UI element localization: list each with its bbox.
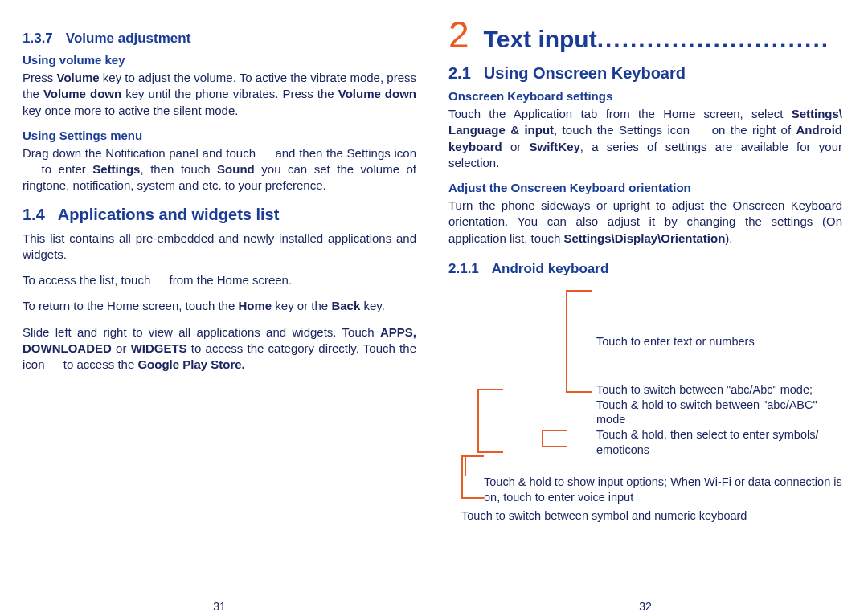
callout-4: Touch & hold to show input options; When… <box>484 475 842 505</box>
heading-1-4: 1.4Applications and widgets list <box>23 206 416 224</box>
chapter-number: 2 <box>448 16 469 53</box>
para-1-4-d: Slide left and right to view all applica… <box>23 324 416 373</box>
bracket-icon <box>542 430 567 447</box>
heading-2-1-1: 2.1.1Android keyboard <box>448 261 842 277</box>
heading-2-1: 2.1Using Onscreen Keyboard <box>448 64 842 83</box>
heading-text: Android keyboard <box>492 261 608 276</box>
heading-text: Applications and widgets list <box>58 206 280 223</box>
page-number-right: 32 <box>448 600 842 613</box>
leader-dots <box>597 26 829 52</box>
subheading-settings-menu: Using Settings menu <box>23 129 416 142</box>
heading-text: Volume adjustment <box>66 31 191 46</box>
para-settings-menu: Drag down the Notification panel and tou… <box>23 145 416 194</box>
bracket-icon <box>477 389 503 453</box>
subheading-volume-key: Using volume key <box>23 53 416 67</box>
chapter-title: Text input <box>484 26 842 53</box>
heading-1-3-7: 1.3.7Volume adjustment <box>23 31 416 47</box>
heading-text: Using Onscreen Keyboard <box>484 64 686 82</box>
subheading-osk-settings: Onscreen Keyboard settings <box>448 89 842 103</box>
heading-number: 2.1 <box>448 64 471 82</box>
left-column: 1.3.7Volume adjustment Using volume key … <box>23 16 416 616</box>
para-1-4-a: This list contains all pre-embedded and … <box>23 230 416 263</box>
para-volume-key: Press Volume key to adjust the volume. T… <box>23 70 416 119</box>
callout-5: Touch to switch between symbol and numer… <box>461 508 842 524</box>
right-column: 2 Text input 2.1Using Onscreen Keyboard … <box>448 16 842 616</box>
callout-2: Touch to switch between "abc/Abc" mode; … <box>596 382 845 428</box>
callout-1: Touch to enter text or numbers <box>596 334 755 349</box>
para-1-4-c: To return to the Home screen, touch the … <box>23 298 416 314</box>
subheading-orientation: Adjust the Onscreen Keyboard orientation <box>448 181 842 194</box>
bracket-icon <box>566 290 592 393</box>
callout-3: Touch & hold, then select to enter symbo… <box>596 427 837 458</box>
bracket-icon <box>465 457 466 476</box>
heading-number: 2.1.1 <box>448 261 479 276</box>
para-orientation: Turn the phone sideways or upright to ad… <box>448 198 842 247</box>
para-1-4-b: To access the list, touch from the Home … <box>23 272 416 288</box>
para-osk-settings: Touch the Application tab from the Home … <box>448 106 842 171</box>
heading-number: 1.3.7 <box>23 31 53 46</box>
page-number-left: 31 <box>23 600 416 613</box>
page: 1.3.7Volume adjustment Using volume key … <box>0 0 868 616</box>
chapter-heading: 2 Text input <box>448 16 842 53</box>
keyboard-callouts: Touch to enter text or numbers Touch to … <box>448 282 842 539</box>
heading-number: 1.4 <box>23 206 45 223</box>
